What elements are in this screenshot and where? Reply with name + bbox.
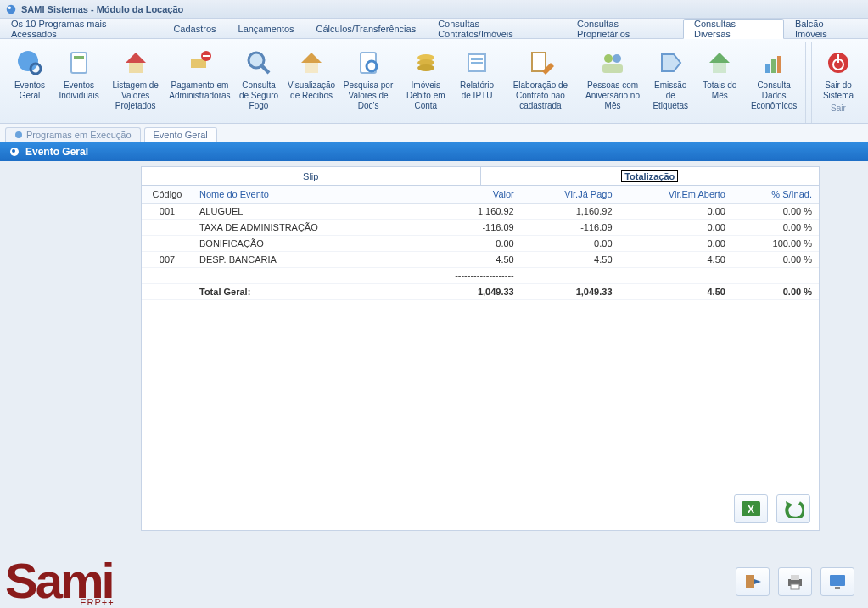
globe-search-icon [14, 47, 45, 78]
svg-point-11 [249, 53, 264, 68]
menu-programas[interactable]: Os 10 Programas mais Acessados [0, 19, 162, 38]
svg-rect-32 [771, 59, 776, 73]
window-title: SAMI Sistemas - Módulo da Locação [21, 4, 183, 14]
door-exit-icon [742, 572, 763, 591]
brand-sub: ERP++ [80, 599, 114, 606]
report-icon [462, 47, 492, 78]
tag-icon [655, 47, 686, 78]
svg-rect-21 [471, 58, 483, 60]
monitor-icon [827, 572, 848, 591]
ribbon-elaboracao-contrato[interactable]: Elaboração de Contrato não cadastrada [501, 44, 580, 121]
child-header-icon [8, 146, 20, 158]
ribbon-totais-mes[interactable]: Totais do Mês [695, 44, 744, 121]
svg-rect-49 [835, 587, 840, 589]
ribbon-aniversario[interactable]: Pessoas com Aniversário no Mês [580, 44, 646, 121]
svg-rect-4 [71, 53, 87, 73]
house-document-icon [296, 47, 327, 78]
svg-rect-47 [791, 584, 799, 589]
back-button[interactable] [776, 494, 810, 523]
ribbon-iptu[interactable]: Relatório de IPTU [452, 44, 501, 121]
menu-balcao[interactable]: Balcão Imóveis [784, 19, 868, 38]
svg-point-25 [604, 54, 613, 63]
back-arrow-icon [782, 499, 804, 518]
inner-tabs: Slip Totalização [142, 167, 819, 186]
screen-button[interactable] [820, 567, 854, 596]
svg-rect-27 [602, 64, 623, 73]
doc-tab-programas[interactable]: Programas em Execução [5, 127, 141, 142]
power-icon [823, 47, 854, 78]
result-panel: Slip Totalização Código Nome do Evento V… [141, 166, 820, 531]
data-grid: Código Nome do Evento Valor Vlr.Já Pago … [142, 186, 819, 300]
svg-marker-29 [709, 53, 730, 63]
col-valor[interactable]: Valor [405, 186, 521, 204]
exit-button[interactable] [736, 567, 770, 596]
menu-diversas[interactable]: Consultas Diversas [683, 19, 784, 39]
menubar: Os 10 Programas mais Acessados Cadastros… [0, 19, 868, 39]
brand-logo: Sami ERP++ [5, 561, 113, 601]
svg-point-19 [417, 64, 434, 71]
titlebar: SAMI Sistemas - Módulo da Locação _ [0, 0, 868, 19]
menu-calculos[interactable]: Cálculos/Transferências [305, 19, 428, 38]
ribbon-listagem-valores[interactable]: Listagem de Valores Projetados [104, 44, 167, 121]
child-window-header: Evento Geral [0, 142, 868, 161]
export-excel-button[interactable]: X [734, 494, 768, 523]
money-stack-icon [411, 47, 441, 78]
col-inad[interactable]: % S/Inad. [732, 186, 819, 204]
excel-icon: X [740, 499, 762, 518]
svg-point-39 [12, 149, 15, 153]
document-search-icon [353, 47, 384, 78]
ribbon-pesquisa-valores[interactable]: Pesquisa por Valores de Doc's [338, 44, 400, 121]
ribbon-eventos-individuais[interactable]: Eventos Individuais [54, 44, 104, 121]
print-button[interactable] [778, 567, 812, 596]
ribbon-pagamento[interactable]: Pagamento em Administradoras [167, 44, 232, 121]
child-window-title: Evento Geral [25, 146, 88, 158]
svg-rect-8 [191, 59, 206, 68]
ribbon-sair[interactable]: Sair do Sistema [814, 44, 863, 103]
svg-line-12 [262, 66, 269, 73]
minimize-button[interactable]: _ [846, 4, 863, 14]
total-row: Total Geral: 1,049.33 1,049.33 4.50 0.00… [142, 284, 819, 300]
tab-totalizacao[interactable]: Totalização [481, 167, 820, 185]
grid-header-row: Código Nome do Evento Valor Vlr.Já Pago … [142, 186, 819, 204]
table-row[interactable]: 001 ALUGUEL 1,160.92 1,160.92 0.00 0.00 … [142, 204, 819, 220]
ribbon-imoveis-debito[interactable]: Imóveis Débito em Conta [400, 44, 452, 121]
col-pago[interactable]: Vlr.Já Pago [521, 186, 619, 204]
document-icon [64, 47, 94, 78]
document-tabs: Programas em Execução Evento Geral [0, 124, 868, 142]
svg-rect-23 [532, 53, 546, 71]
document-pencil-icon [525, 47, 556, 78]
ribbon-etiquetas[interactable]: Emissão de Etiquetas [646, 44, 695, 121]
tab-slip[interactable]: Slip [142, 167, 481, 185]
svg-rect-14 [305, 63, 318, 73]
menu-contratos[interactable]: Consultas Contratos/Imóveis [427, 19, 566, 38]
chart-icon [759, 47, 789, 78]
svg-point-26 [613, 54, 621, 63]
col-nome[interactable]: Nome do Evento [193, 186, 405, 204]
col-codigo[interactable]: Código [142, 186, 193, 204]
workspace: Slip Totalização Código Nome do Evento V… [0, 161, 868, 608]
svg-rect-7 [129, 63, 143, 73]
svg-rect-48 [830, 575, 845, 586]
footer-buttons [736, 567, 854, 596]
ribbon-eventos-geral[interactable]: Eventos Geral [5, 44, 54, 121]
svg-text:X: X [748, 504, 754, 516]
doc-tab-evento-geral[interactable]: Evento Geral [144, 127, 217, 142]
col-aberto[interactable]: Vlr.Em Aberto [619, 186, 732, 204]
ribbon-seguro-fogo[interactable]: Consulta de Seguro Fogo [232, 44, 285, 121]
svg-rect-43 [746, 575, 754, 588]
ribbon-group-main: Eventos Geral Eventos Individuais Listag… [3, 42, 806, 123]
table-row[interactable]: BONIFICAÇÃO 0.00 0.00 0.00 100.00 % [142, 236, 819, 252]
menu-cadastros[interactable]: Cadastros [162, 19, 227, 38]
svg-rect-31 [765, 64, 770, 73]
ribbon-recibos[interactable]: Visualização de Recibos [286, 44, 338, 121]
table-row[interactable]: TAXA DE ADMINISTRAÇÃO -116.09 -116.09 0.… [142, 220, 819, 236]
ribbon-dados-economicos[interactable]: Consulta Dados Econômicos [744, 44, 804, 121]
menu-proprietarios[interactable]: Consultas Proprietários [566, 19, 683, 38]
cart-minus-icon [184, 47, 215, 78]
table-row[interactable]: 007 DESP. BANCARIA 4.50 4.50 4.50 0.00 % [142, 252, 819, 268]
house-coins-icon [704, 47, 735, 78]
svg-rect-46 [791, 575, 799, 580]
svg-point-2 [18, 51, 38, 71]
svg-marker-6 [126, 53, 146, 63]
menu-lancamentos[interactable]: Lançamentos [227, 19, 305, 38]
